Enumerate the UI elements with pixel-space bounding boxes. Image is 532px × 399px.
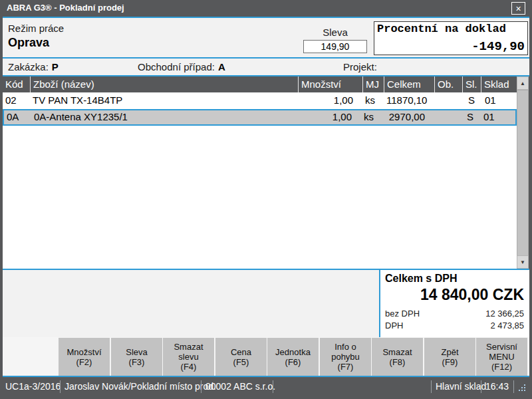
discount-value-field[interactable]: 149,90 [303,40,367,53]
row-nazev: TV PAN TX-14B4TP [30,92,298,109]
business-case-field: Obchodní případ:A [138,59,225,75]
table-header: Kód Zboží (název) Množství MJ Celkem Ob.… [3,76,517,92]
vat-value: 2 473,85 [490,321,524,331]
discount-label: Sleva [303,27,367,38]
row-kod: 02 [3,92,30,109]
quantity-button[interactable]: Množství(F2) [59,338,110,376]
status-bar: UC1a-3/2016 Jaroslav Novák/Pokladní míst… [3,377,529,396]
row-ob [433,110,461,124]
total-with-vat-value: 14 840,00 CZK [420,286,524,304]
status-separator [481,380,481,393]
column-header-mnozstvi: Množství [298,76,362,92]
unit-button[interactable]: Jednotka(F6) [267,338,319,376]
discount-button[interactable]: Sleva(F3) [111,338,162,376]
button-fkey: (F4) [181,362,197,372]
scroll-up-icon: ▲ [520,80,525,86]
title-bar: ABRA G3® - Pokladní prodej × [0,0,532,17]
status-separator [273,380,273,393]
work-mode-label: Režim práce [8,23,64,34]
business-case-label: Obchodní případ: [138,61,215,72]
resize-grip-icon[interactable] [519,384,525,391]
function-button-row: Množství(F2) Sleva(F3) Smazat slevu(F4) … [3,337,529,376]
row-mnozstvi: 1,00 [298,92,362,109]
delete-button[interactable]: Smazat(F8) [372,338,423,376]
total-without-vat-row: bez DPH 12 366,25 [385,309,524,321]
column-header-mj: MJ [362,76,384,92]
top-panel: Režim práce Oprava Sleva 149,90 Procentn… [3,18,529,57]
row-nazev: 0A-Antena XY1235/1 [31,110,297,124]
status-warehouse: Hlavní sklad [436,377,486,396]
status-separator [201,380,201,393]
status-user: Jaroslav Novák/Pokladní místo prod. [65,377,216,396]
row-ob [434,92,462,109]
total-without-vat-label: bez DPH [385,309,420,319]
service-menu-button[interactable]: Servisní MENU(F12) [476,338,527,376]
window-title: ABRA G3® - Pokladní prodej [7,3,124,13]
discount-amount-text: -149,90 [471,39,525,54]
column-header-sl: Sl. [462,76,481,92]
back-button[interactable]: Zpět(F9) [424,338,475,376]
button-fkey: (F2) [76,357,92,367]
project-label: Projekt: [343,61,377,72]
pos-window: ABRA G3® - Pokladní prodej × Režim práce… [0,0,532,399]
button-fkey: (F7) [338,362,354,372]
button-label: Množství [66,347,101,357]
row-celkem: 11870,10 [384,92,434,109]
discount-type-text: Procentní na doklad [377,23,525,35]
button-label: Cena [231,347,251,357]
row-sklad: 01 [481,92,517,109]
column-header-sklad: Sklad [481,76,517,92]
button-label: Smazat slevu [164,342,213,362]
button-label: Sleva [126,347,148,357]
row-sl: S [461,110,479,124]
status-document: UC1a-3/2016 [5,377,61,396]
row-sklad: 01 [479,110,515,124]
table-row[interactable]: 02 TV PAN TX-14B4TP 1,00 ks 11870,10 S 0… [3,92,517,109]
scroll-down-icon: ▼ [520,259,525,265]
button-label: Jednotka [275,347,311,357]
vat-row: DPH 2 473,85 [385,321,524,332]
order-value: P [52,61,59,72]
scroll-down-button[interactable]: ▼ [517,255,529,269]
row-mj: ks [361,110,382,124]
button-fkey: (F9) [442,357,458,367]
row-celkem: 2970,00 [382,110,433,124]
button-label: Servisní MENU [477,342,527,362]
order-label: Zakázka: [8,61,49,72]
column-header-nazev: Zboží (název) [30,76,298,92]
table-row-selected[interactable]: 0A 0A-Antena XY1235/1 1,00 ks 2970,00 S … [3,109,517,126]
vat-label: DPH [385,321,403,331]
status-company: 00002 ABC s.r.o. [205,377,275,396]
column-header-ob: Ob. [434,76,462,92]
items-table: Kód Zboží (název) Množství MJ Celkem Ob.… [3,76,529,269]
project-field: Projekt: [343,59,380,75]
scroll-up-button[interactable]: ▲ [517,76,529,90]
button-label: Smazat [382,347,412,357]
total-with-vat-label: Celkem s DPH [385,273,458,285]
column-header-kod: Kód [3,76,30,92]
button-fkey: (F3) [129,357,145,367]
row-mnozstvi: 1,00 [297,110,361,124]
business-case-value: A [218,61,225,72]
totals-panel: Celkem s DPH 14 840,00 CZK bez DPH 12 36… [379,270,529,337]
status-separator [431,380,432,393]
delete-discount-button[interactable]: Smazat slevu(F4) [163,338,214,376]
price-button[interactable]: Cena(F5) [215,338,267,376]
row-sl: S [462,92,481,109]
scrollbar-thumb[interactable] [517,90,529,260]
status-separator [513,380,514,393]
row-kod: 0A [4,110,31,124]
context-row: Zakázka:P Obchodní případ:A Projekt: [3,59,529,75]
button-fkey: (F5) [233,357,249,367]
total-without-vat-value: 12 366,25 [485,309,524,319]
button-fkey: (F12) [491,362,512,372]
work-mode-value: Oprava [8,36,49,50]
discount-display-box: Procentní na doklad -149,90 [374,21,528,55]
vertical-scrollbar[interactable]: ▲ ▼ [517,76,529,269]
movement-info-button[interactable]: Info o pohybu(F7) [320,338,371,376]
bottom-filler-panel [3,270,379,337]
close-button[interactable]: × [511,2,525,15]
column-header-celkem: Celkem [384,76,434,92]
status-separator [60,380,61,393]
button-fkey: (F8) [390,357,406,367]
